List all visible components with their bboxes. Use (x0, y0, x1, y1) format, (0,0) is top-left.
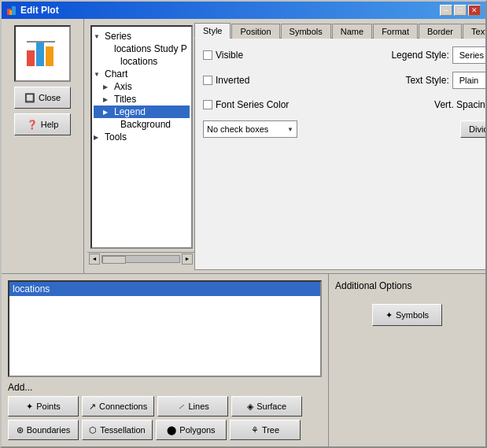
legend-style-label: Legend Style: (391, 50, 448, 61)
window-title: Edit Plot (20, 5, 59, 16)
background-label: Background (119, 119, 171, 130)
locations-label: locations (119, 56, 157, 67)
chart-preview (14, 25, 71, 82)
svg-rect-1 (12, 6, 16, 15)
add-connections-button[interactable]: ↗ Connections (82, 396, 154, 417)
polygons-icon: ⬤ (167, 425, 176, 435)
close-label: Close (39, 93, 61, 102)
tree-item-background[interactable]: Background (94, 118, 190, 131)
locations-study-label: locations Study P (113, 43, 187, 54)
main-content: 🔲 Close ❓ Help ▼ (2, 19, 485, 273)
tab-name[interactable]: Name (332, 24, 372, 39)
tabs-bar: Style Position Symbols Name Format Borde… (194, 22, 485, 39)
series-label: Series (103, 31, 131, 42)
scroll-track[interactable] (101, 255, 180, 263)
tree-item-legend[interactable]: ▶ Legend (94, 106, 190, 118)
no-checkboxes-dropdown[interactable]: No check boxes ▼ (203, 120, 297, 138)
maximize-button[interactable]: □ (454, 5, 467, 16)
symbols-button-label: Symbols (396, 310, 429, 320)
tree-scrollbar[interactable]: ◄ ► (87, 252, 194, 265)
symbols-button[interactable]: ✦ Symbols (372, 304, 442, 326)
tree-item-series[interactable]: ▼ Series (94, 30, 190, 43)
arrow-titles: ▶ (103, 96, 113, 103)
tree-inner: ▼ Series locations Study P (92, 27, 191, 247)
tree-item-chart[interactable]: ▼ Chart (94, 68, 190, 80)
inverted-checkbox-label[interactable]: Inverted (203, 75, 305, 86)
close-button[interactable]: 🔲 Close (14, 87, 71, 109)
no-checkboxes-label: No check boxes (207, 124, 268, 134)
dividing-lines-button[interactable]: Dividing Lines... (460, 120, 485, 138)
bottom-area: locations Add... ✦ Points ↗ Connections … (2, 273, 485, 446)
tab-position[interactable]: Position (231, 24, 279, 39)
tree-icon: ⚘ (251, 425, 259, 435)
tree-item-locations-study[interactable]: locations Study P (94, 43, 190, 55)
dropdown-arrow-icon: ▼ (287, 126, 293, 133)
tabs-section: Style Position Symbols Name Format Borde… (194, 19, 485, 273)
no-checkboxes-btn[interactable]: No check boxes ▼ (203, 120, 297, 138)
tab-format[interactable]: Format (373, 24, 418, 39)
visible-checkbox-label[interactable]: Visible (203, 50, 305, 61)
svg-rect-6 (27, 41, 55, 43)
close-window-button[interactable]: ✕ (468, 5, 481, 16)
text-style-label: Text Style: (405, 75, 448, 86)
arrow-legend: ▶ (103, 109, 113, 116)
locations-list[interactable]: locations (8, 280, 322, 377)
tab-style[interactable]: Style (194, 23, 231, 39)
connections-icon: ↗ (89, 402, 96, 412)
tree-item-locations[interactable]: locations (94, 55, 190, 68)
vert-spacing-label: Vert. Spacing: (434, 99, 485, 110)
checkboxes-row: No check boxes ▼ Dividing Lines... (203, 120, 485, 138)
bottom-left-panel: locations Add... ✦ Points ↗ Connections … (2, 274, 328, 446)
font-series-color-label[interactable]: Font Series Color (203, 99, 305, 110)
add-polygons-button[interactable]: ⬤ Polygons (156, 420, 227, 440)
minimize-button[interactable]: – (440, 5, 452, 16)
style-tab-content: Visible Legend Style: Series Names (194, 39, 485, 270)
add-points-button[interactable]: ✦ Points (8, 396, 79, 417)
tools-label: Tools (103, 131, 127, 143)
titles-label: Titles (113, 94, 136, 105)
add-tree-button[interactable]: ⚘ Tree (230, 420, 301, 440)
left-panel: 🔲 Close ❓ Help (2, 19, 84, 273)
bottom-right-panel: Additional Options ✦ Symbols (328, 274, 485, 446)
add-surface-button[interactable]: ◈ Surface (231, 396, 302, 417)
arrow-tools: ▶ (94, 134, 103, 141)
tree-item-tools[interactable]: ▶ Tools (94, 131, 190, 143)
scroll-left-btn[interactable]: ◄ (89, 254, 100, 265)
text-style-select[interactable]: Plain (452, 72, 485, 89)
surface-label: Surface (256, 402, 286, 411)
edit-plot-window: Edit Plot – □ ✕ 🔲 Close ❓ (0, 0, 487, 448)
close-icon: 🔲 (24, 93, 35, 103)
font-series-color-text: Font Series Color (216, 99, 289, 110)
boundaries-icon: ⊛ (17, 425, 24, 435)
tab-symbols[interactable]: Symbols (281, 24, 331, 39)
add-lines-button[interactable]: ⟋ Lines (157, 396, 228, 417)
axis-label: Axis (113, 81, 132, 92)
polygons-label: Polygons (179, 425, 215, 435)
inverted-checkbox[interactable] (203, 76, 212, 85)
font-series-color-checkbox[interactable] (203, 100, 212, 109)
list-item-locations[interactable]: locations (9, 282, 320, 296)
tree-item-titles[interactable]: ▶ Titles (94, 93, 190, 106)
boundaries-label: Boundaries (27, 425, 71, 435)
add-tessellation-button[interactable]: ⬡ Tessellation (82, 420, 153, 440)
lines-label: Lines (189, 402, 209, 411)
tab-border[interactable]: Border (419, 24, 462, 39)
scroll-right-btn[interactable]: ► (182, 254, 193, 265)
tessellation-label: Tessellation (100, 425, 145, 435)
svg-rect-2 (9, 10, 12, 15)
chart-preview-icon (24, 35, 61, 72)
font-color-row: Font Series Color Vert. Spacing: ▲ ▼ (203, 97, 485, 113)
tab-text[interactable]: Text (463, 24, 485, 39)
additional-options-label: Additional Options (335, 280, 479, 291)
symbols-button-icon: ✦ (386, 310, 393, 320)
tree-panel: ▼ Series locations Study P (90, 25, 193, 249)
surface-icon: ◈ (247, 402, 253, 412)
visible-checkbox[interactable] (203, 50, 212, 60)
svg-rect-5 (46, 46, 53, 66)
svg-rect-3 (27, 50, 35, 66)
legend-style-select[interactable]: Series Names (452, 46, 485, 64)
tree-item-axis[interactable]: ▶ Axis (94, 80, 190, 93)
help-button[interactable]: ❓ Help (14, 113, 71, 135)
add-boundaries-button[interactable]: ⊛ Boundaries (8, 420, 79, 440)
scroll-thumb[interactable] (102, 256, 126, 264)
